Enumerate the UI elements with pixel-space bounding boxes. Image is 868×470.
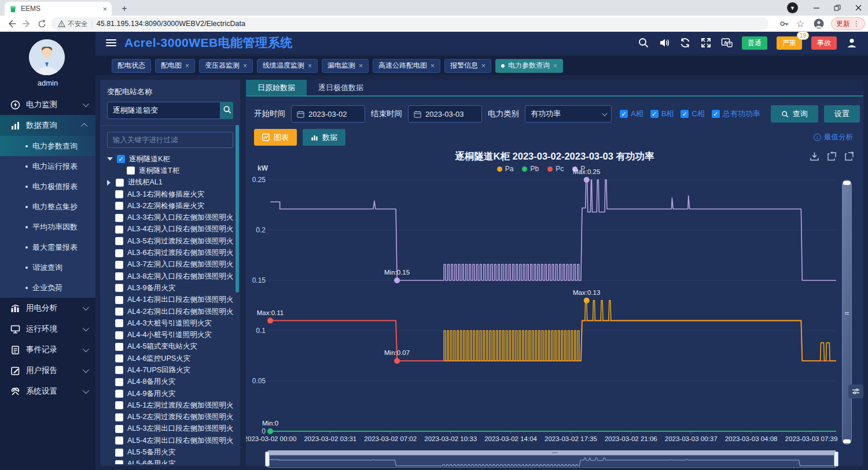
subtab-日原始数据[interactable]: 日原始数据	[246, 80, 307, 95]
sidebar-subitem[interactable]: 最大需量报表	[0, 237, 95, 257]
tree-scrollbar[interactable]	[236, 125, 239, 293]
bookmark-star-icon[interactable]: ☆	[795, 18, 806, 29]
tab-close-icon[interactable]: ×	[243, 62, 247, 70]
tree-checkbox[interactable]	[115, 237, 123, 245]
open-tab-chip[interactable]: 漏电监测×	[322, 59, 369, 73]
sidebar-subitem[interactable]: 平均功率因数	[0, 217, 95, 237]
tree-item[interactable]: 逐桐隧道T柜	[107, 165, 233, 176]
query-button[interactable]: 查询	[771, 105, 818, 123]
tree-item[interactable]: AL3-6右洞过渡段右侧加强照明火灾	[107, 247, 233, 258]
reload-icon[interactable]	[36, 18, 47, 29]
tree-item[interactable]: AL5-2左洞过渡段右侧加强照明火灾	[107, 412, 233, 423]
tree-checkbox[interactable]	[115, 308, 123, 316]
tree-checkbox[interactable]	[115, 225, 123, 234]
tree-checkbox[interactable]	[115, 202, 123, 210]
tree-item[interactable]: AL3-3右洞入口段左侧加强照明火灾	[107, 212, 233, 223]
settings-button[interactable]: 设置	[824, 105, 860, 123]
browser-tab[interactable]: EEMS ×	[5, 2, 112, 16]
tree-checkbox[interactable]	[115, 401, 123, 409]
tab-close-icon[interactable]: ×	[431, 62, 435, 70]
tree-item[interactable]: AL3-4右洞入口段右侧加强照明火灾	[107, 224, 233, 235]
alarm-accident-badge[interactable]: 事故	[811, 36, 837, 50]
open-tab-chip[interactable]: 线缆温度监测×	[257, 59, 318, 73]
sidebar-subitem[interactable]: 电力参数查询	[0, 136, 95, 156]
tab-close-icon[interactable]: ×	[359, 62, 363, 70]
tree-checkbox[interactable]	[115, 378, 123, 386]
tree-item[interactable]: AL3-1右洞检修插座火灾	[107, 188, 233, 200]
tree-checkbox[interactable]	[115, 190, 123, 198]
tree-checkbox[interactable]	[127, 166, 135, 175]
open-tab-chip[interactable]: 变压器监测×	[199, 59, 253, 73]
tree-checkbox[interactable]	[115, 214, 123, 222]
tree-filter-input[interactable]	[107, 132, 233, 148]
tab-close-icon[interactable]: ×	[481, 62, 486, 70]
tree-item[interactable]: 进线柜AL1	[107, 177, 233, 188]
sidebar-subitem[interactable]: 电力极值报表	[0, 176, 95, 197]
tree-item[interactable]: AL4-4小桩号引道照明火灾	[107, 329, 233, 341]
tree-checkbox[interactable]	[115, 331, 123, 339]
security-warning-icon[interactable]: 不安全	[58, 20, 88, 28]
tree-checkbox[interactable]	[115, 354, 123, 362]
vzoom-top-handle[interactable]	[843, 181, 851, 185]
sidebar-item-6[interactable]: 用户报告	[0, 360, 95, 381]
tree-item[interactable]: AL5-4左洞出口段右侧加强照明火灾	[107, 435, 233, 446]
tree-item[interactable]: AL5-3左洞出口段左侧加强照明火灾	[107, 423, 233, 435]
checkbox-icon[interactable]: ✓	[650, 110, 659, 118]
tree-checkbox[interactable]	[115, 425, 123, 433]
checkbox-icon[interactable]: ✓	[712, 110, 720, 118]
tree-checkbox[interactable]	[115, 413, 123, 421]
tree-item[interactable]: AL4-6监控UPS火灾	[107, 353, 233, 364]
vertical-datazoom-slider[interactable]	[842, 180, 852, 445]
browser-profile-icon[interactable]	[813, 18, 825, 29]
url-bar[interactable]: 不安全 | 45.81.195.134:8090/3000WEBV2/Elect…	[51, 17, 768, 30]
hzoom-track[interactable]	[267, 450, 836, 455]
refresh-icon[interactable]	[679, 37, 691, 49]
tab-close-icon[interactable]: ×	[553, 62, 557, 70]
tree-checkbox[interactable]	[115, 284, 123, 292]
tab-close-icon[interactable]: ×	[102, 5, 107, 13]
tree-item[interactable]: AL3-8左洞入口段右侧加强照明火灾	[107, 271, 233, 282]
tree-checkbox[interactable]	[115, 296, 123, 304]
caret-right-icon[interactable]	[107, 180, 112, 186]
browser-status-icon[interactable]: ▼	[787, 2, 798, 13]
max-analysis-link[interactable]: i 最值分析	[814, 132, 853, 142]
back-icon[interactable]	[6, 18, 17, 29]
phase-checkbox[interactable]: ✓总有功功率	[712, 109, 760, 119]
vzoom-bottom-handle[interactable]	[843, 439, 851, 443]
open-tab-chip[interactable]: 电力参数查询×	[495, 59, 563, 73]
tree-item[interactable]: AL3-2左洞检修插座火灾	[107, 200, 233, 212]
sidebar-item-3[interactable]: 用电分析	[0, 298, 95, 319]
tree-item[interactable]: AL4-2右洞出口段右侧加强照明火灾	[107, 306, 233, 317]
tree-item[interactable]: AL3-9备用火灾	[107, 282, 233, 294]
sidebar-item-2[interactable]: 数据查询	[0, 115, 95, 136]
tree-item[interactable]: AL4-9备用火灾	[107, 388, 233, 399]
phase-checkbox[interactable]: ✓C相	[681, 109, 704, 119]
sidebar-subitem[interactable]: 企业负荷	[0, 277, 95, 298]
tree-checkbox[interactable]	[115, 460, 123, 464]
tree-checkbox[interactable]: ✓	[117, 155, 125, 163]
password-key-icon[interactable]	[778, 18, 790, 29]
tree-item[interactable]: AL3-7左洞入口段左侧加强照明火灾	[107, 259, 233, 271]
tab-close-icon[interactable]: ×	[308, 62, 312, 70]
browser-update-button[interactable]: 更新 ⋮	[831, 17, 865, 30]
tree-item[interactable]: AL4-1右洞出口段左侧加强照明火灾	[107, 294, 233, 306]
fullscreen-icon[interactable]	[700, 37, 712, 49]
tree-checkbox[interactable]	[115, 436, 123, 445]
tree-checkbox[interactable]	[115, 319, 123, 327]
search-icon[interactable]	[638, 37, 649, 49]
menu-toggle-icon[interactable]	[106, 38, 116, 48]
hzoom-left-handle[interactable]	[265, 452, 270, 467]
power-type-select[interactable]: 有功功率	[525, 105, 612, 123]
window-minimize-button[interactable]	[807, 0, 826, 16]
window-restore-button[interactable]	[827, 0, 847, 16]
new-tab-button[interactable]: +	[119, 3, 130, 14]
tree-item[interactable]: AL5-1左洞过渡段左侧加强照明火灾	[107, 399, 233, 411]
tree-checkbox[interactable]	[116, 179, 124, 187]
sidebar-item-7[interactable]: 系统设置	[0, 381, 95, 402]
caret-down-icon[interactable]	[107, 157, 113, 161]
station-input[interactable]	[107, 102, 220, 119]
subtab-逐日极值数据[interactable]: 逐日极值数据	[307, 80, 375, 95]
checkbox-icon[interactable]: ✓	[681, 110, 689, 118]
datazoom-settings-button[interactable]	[848, 384, 863, 398]
alarm-severe-badge[interactable]: 严重19	[777, 36, 802, 50]
